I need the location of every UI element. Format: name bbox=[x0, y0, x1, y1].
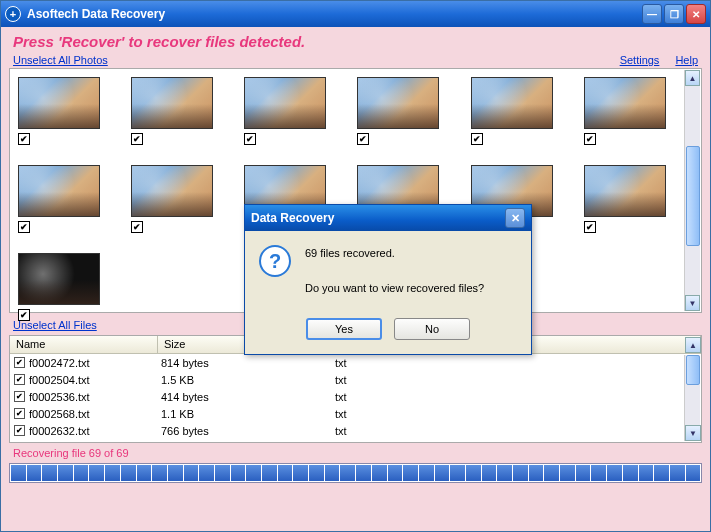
progress-segment bbox=[591, 465, 606, 481]
table-row[interactable]: ✔f0002568.txt1.1 KBtxt bbox=[10, 405, 701, 422]
dialog-line2: Do you want to view recovered files? bbox=[305, 280, 484, 298]
photo-checkbox[interactable]: ✔ bbox=[471, 133, 483, 145]
file-extension: txt bbox=[335, 408, 483, 420]
file-size: 766 bytes bbox=[161, 425, 335, 437]
photo-thumbnail[interactable] bbox=[18, 165, 100, 217]
progress-segment bbox=[356, 465, 371, 481]
progress-segment bbox=[199, 465, 214, 481]
file-size: 1.1 KB bbox=[161, 408, 335, 420]
file-name: f0002504.txt bbox=[29, 374, 161, 386]
photo-thumbnail[interactable] bbox=[244, 77, 326, 129]
progress-segment bbox=[89, 465, 104, 481]
maximize-button[interactable]: ❐ bbox=[664, 4, 684, 24]
file-checkbox[interactable]: ✔ bbox=[14, 357, 25, 368]
photo-thumbnail[interactable] bbox=[18, 253, 100, 305]
table-row[interactable]: ✔f0002536.txt414 bytestxt bbox=[10, 388, 701, 405]
scroll-thumb[interactable] bbox=[686, 146, 700, 246]
photo-thumbnail-cell: ✔ bbox=[18, 77, 117, 145]
photo-thumbnail-cell: ✔ bbox=[244, 77, 343, 145]
progress-segment bbox=[450, 465, 465, 481]
photo-thumbnail-cell: ✔ bbox=[584, 77, 683, 145]
progress-segment bbox=[576, 465, 591, 481]
photo-thumbnail[interactable] bbox=[357, 77, 439, 129]
photo-checkbox[interactable]: ✔ bbox=[584, 133, 596, 145]
unselect-all-photos-link[interactable]: Unselect All Photos bbox=[13, 54, 108, 66]
file-scrollbar[interactable]: ▲ ▼ bbox=[684, 355, 700, 441]
photo-thumbnail-cell: ✔ bbox=[131, 165, 230, 233]
photo-thumbnail-cell: ✔ bbox=[357, 77, 456, 145]
help-link[interactable]: Help bbox=[675, 54, 698, 66]
photo-thumbnail[interactable] bbox=[584, 77, 666, 129]
dialog-buttons: Yes No bbox=[245, 312, 531, 354]
file-checkbox[interactable]: ✔ bbox=[14, 408, 25, 419]
progress-segment bbox=[27, 465, 42, 481]
progress-segment bbox=[121, 465, 136, 481]
file-extension: txt bbox=[335, 391, 483, 403]
progress-segment bbox=[309, 465, 324, 481]
photo-checkbox[interactable]: ✔ bbox=[131, 221, 143, 233]
table-row[interactable]: ✔f0002632.txt766 bytestxt bbox=[10, 422, 701, 439]
progress-segment bbox=[246, 465, 261, 481]
progress-segment bbox=[325, 465, 340, 481]
progress-segment bbox=[560, 465, 575, 481]
photo-thumbnail[interactable] bbox=[131, 77, 213, 129]
table-row[interactable]: ✔f0002504.txt1.5 KBtxt bbox=[10, 371, 701, 388]
progress-segment bbox=[686, 465, 701, 481]
photo-thumbnail[interactable] bbox=[131, 165, 213, 217]
photo-checkbox[interactable]: ✔ bbox=[18, 309, 30, 321]
minimize-button[interactable]: — bbox=[642, 4, 662, 24]
progress-segment bbox=[466, 465, 481, 481]
photo-checkbox[interactable]: ✔ bbox=[18, 133, 30, 145]
progress-segment bbox=[58, 465, 73, 481]
photo-checkbox[interactable]: ✔ bbox=[357, 133, 369, 145]
column-header-name[interactable]: Name bbox=[10, 336, 158, 353]
progress-segment bbox=[74, 465, 89, 481]
settings-link[interactable]: Settings bbox=[620, 54, 660, 66]
photo-thumbnail-cell: ✔ bbox=[18, 253, 117, 321]
progress-segment bbox=[623, 465, 638, 481]
progress-segment bbox=[137, 465, 152, 481]
file-extension: txt bbox=[335, 374, 483, 386]
progress-segment bbox=[513, 465, 528, 481]
progress-segment bbox=[152, 465, 167, 481]
file-size: 814 bytes bbox=[161, 357, 335, 369]
photo-checkbox[interactable]: ✔ bbox=[584, 221, 596, 233]
photo-thumbnail[interactable] bbox=[471, 77, 553, 129]
photo-checkbox[interactable]: ✔ bbox=[18, 221, 30, 233]
window-controls: — ❐ ✕ bbox=[642, 4, 706, 24]
no-button[interactable]: No bbox=[394, 318, 470, 340]
photo-scrollbar[interactable]: ▲ ▼ bbox=[684, 70, 700, 311]
scroll-thumb[interactable] bbox=[686, 355, 700, 385]
file-checkbox[interactable]: ✔ bbox=[14, 391, 25, 402]
close-button[interactable]: ✕ bbox=[686, 4, 706, 24]
progress-segment bbox=[497, 465, 512, 481]
photo-thumbnail[interactable] bbox=[18, 77, 100, 129]
progress-segment bbox=[639, 465, 654, 481]
scroll-up-icon[interactable]: ▲ bbox=[685, 70, 700, 86]
yes-button[interactable]: Yes bbox=[306, 318, 382, 340]
file-checkbox[interactable]: ✔ bbox=[14, 374, 25, 385]
question-icon: ? bbox=[259, 245, 291, 277]
dialog-close-button[interactable]: ✕ bbox=[505, 208, 525, 228]
file-checkbox[interactable]: ✔ bbox=[14, 425, 25, 436]
file-size: 414 bytes bbox=[161, 391, 335, 403]
progress-segment bbox=[184, 465, 199, 481]
photo-checkbox[interactable]: ✔ bbox=[244, 133, 256, 145]
file-name: f0002632.txt bbox=[29, 425, 161, 437]
scroll-down-icon[interactable]: ▼ bbox=[685, 425, 701, 441]
dialog-title: Data Recovery bbox=[251, 211, 505, 225]
table-row[interactable]: ✔f0002472.txt814 bytestxt bbox=[10, 354, 701, 371]
progress-segment bbox=[340, 465, 355, 481]
photo-checkbox[interactable]: ✔ bbox=[131, 133, 143, 145]
file-extension: txt bbox=[335, 357, 483, 369]
progress-segment bbox=[388, 465, 403, 481]
progress-segment bbox=[372, 465, 387, 481]
photo-thumbnail[interactable] bbox=[584, 165, 666, 217]
scroll-down-icon[interactable]: ▼ bbox=[685, 295, 700, 311]
app-icon: + bbox=[5, 6, 21, 22]
photo-thumbnail-cell: ✔ bbox=[131, 77, 230, 145]
scroll-up-icon[interactable]: ▲ bbox=[685, 337, 701, 353]
titlebar: + Asoftech Data Recovery — ❐ ✕ bbox=[1, 1, 710, 27]
file-size: 1.5 KB bbox=[161, 374, 335, 386]
photo-thumbnail-cell: ✔ bbox=[584, 165, 683, 233]
